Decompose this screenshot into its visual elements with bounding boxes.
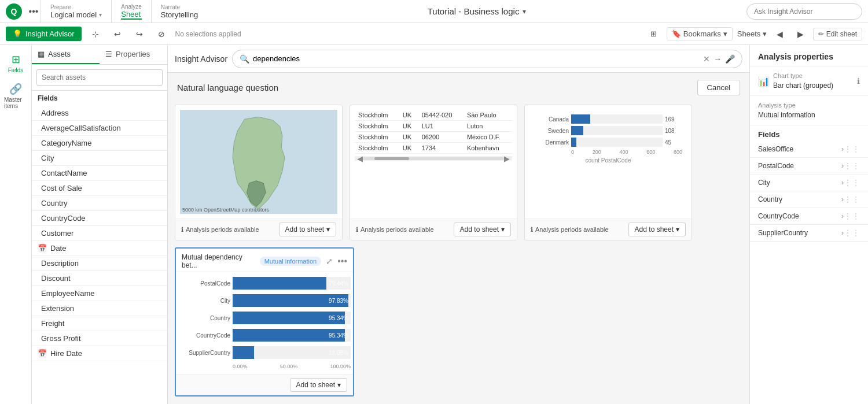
field-item[interactable]: CategoryName xyxy=(32,136,167,151)
mutual-bar-fill: 95.34% xyxy=(233,312,345,324)
app-title-dropdown[interactable]: ▾ xyxy=(523,8,526,16)
tab-assets[interactable]: ▦ Assets xyxy=(32,45,100,64)
field-item[interactable]: City xyxy=(32,151,167,166)
right-field-drag-icon[interactable]: ⋮⋮ xyxy=(844,144,860,154)
nav-analyze[interactable]: Analyze Sheet xyxy=(111,0,151,23)
bar-value: 169 xyxy=(665,116,682,123)
table-scrollbar[interactable]: ◀ ▶ xyxy=(355,156,512,161)
nav-prev-icon[interactable]: ◀ xyxy=(771,26,788,42)
insight-advisor-button[interactable]: 💡 Insight Advisor xyxy=(6,27,82,41)
fields-search-area xyxy=(32,65,167,91)
bar-x-axis: 0200400600800 xyxy=(534,149,682,155)
field-name: Date xyxy=(50,244,66,253)
right-field-item[interactable]: CountryCode › ⋮⋮ xyxy=(750,208,868,225)
right-field-item[interactable]: City › ⋮⋮ xyxy=(750,175,868,191)
ask-advisor-input[interactable] xyxy=(746,3,862,20)
insight-bulb-icon: 💡 xyxy=(13,29,22,38)
mutual-bar-row: City 97.83% xyxy=(178,294,351,307)
field-item[interactable]: EmployeeName xyxy=(32,286,167,301)
assets-tab-icon: ▦ xyxy=(38,50,45,58)
toolbar-undo-icon[interactable]: ↩ xyxy=(109,26,126,42)
mutual-expand-icon[interactable]: ⤢ xyxy=(326,257,333,266)
field-item[interactable]: CountryCode xyxy=(32,211,167,226)
right-field-name: SupplierCountry xyxy=(758,229,841,237)
field-item[interactable]: Freight xyxy=(32,316,167,331)
cell: LU1 xyxy=(418,121,464,132)
cards-area: 5000 km OpenStreetMap contributors ℹ Ana… xyxy=(168,100,749,404)
field-name: Country xyxy=(41,199,68,207)
field-item[interactable]: Description xyxy=(32,256,167,271)
toolbar-options-icon[interactable]: ⊘ xyxy=(153,26,170,42)
search-go-icon[interactable]: → xyxy=(713,54,722,64)
nav-narrate-top: Narrate xyxy=(161,4,198,10)
field-item[interactable]: ContactName xyxy=(32,166,167,181)
map-add-to-sheet-button[interactable]: Add to sheet ▾ xyxy=(279,223,336,236)
bar-add-to-sheet-button[interactable]: Add to sheet ▾ xyxy=(628,223,686,236)
search-mic-icon[interactable]: 🎤 xyxy=(725,54,735,64)
sidebar-nav-fields[interactable]: ⊞ Fields xyxy=(2,50,30,77)
toolbar-select-icon[interactable]: ⊹ xyxy=(87,26,104,42)
field-item[interactable]: Discount xyxy=(32,271,167,286)
field-item[interactable]: Country xyxy=(32,196,167,211)
toolbar-redo-icon[interactable]: ↪ xyxy=(131,26,148,42)
field-item[interactable]: Extension xyxy=(32,301,167,316)
nav-narrate[interactable]: Narrate Storytelling xyxy=(151,0,207,23)
nav-more-button[interactable]: ••• xyxy=(27,5,41,18)
mutual-add-arrow-icon: ▾ xyxy=(337,381,341,389)
mutual-bar-track: 97.83% xyxy=(233,294,351,307)
bar-chart-content: Canada 169Sweden 108Denmark 450200400600… xyxy=(525,105,692,218)
cell: Stockholm xyxy=(355,110,399,121)
nav-prepare[interactable]: Prepare Logical model ▾ xyxy=(41,0,111,23)
field-item[interactable]: Gross Profit xyxy=(32,331,167,346)
right-field-item[interactable]: PostalCode › ⋮⋮ xyxy=(750,158,868,175)
scroll-track[interactable] xyxy=(363,157,504,160)
search-clear-icon[interactable]: ✕ xyxy=(703,54,710,64)
sidebar-nav-master[interactable]: 🔗 Master items xyxy=(2,79,30,113)
mutual-more-icon[interactable]: ••• xyxy=(337,256,347,266)
field-item[interactable]: 📅Hire Date xyxy=(32,346,167,361)
right-field-drag-icon[interactable]: ⋮⋮ xyxy=(844,195,860,204)
field-item[interactable]: Customer xyxy=(32,226,167,241)
chart-type-info-icon[interactable]: ℹ xyxy=(857,77,860,86)
tab-properties[interactable]: ☰ Properties xyxy=(100,45,167,64)
mutual-bar-fill: 79.44% xyxy=(233,277,326,290)
right-field-drag-icon[interactable]: ⋮⋮ xyxy=(844,212,860,221)
nav-prepare-top: Prepare xyxy=(50,4,102,10)
right-field-drag-icon[interactable]: ⋮⋮ xyxy=(844,228,860,238)
right-field-name: CountryCode xyxy=(758,212,841,220)
chart-type-label: Chart type xyxy=(773,72,833,79)
sheets-button[interactable]: Sheets ▾ xyxy=(737,29,767,38)
map-attribution: 5000 km OpenStreetMap contributors xyxy=(182,207,269,213)
bookmarks-button[interactable]: 🔖 Bookmarks ▾ xyxy=(667,27,733,40)
insight-search-input[interactable] xyxy=(253,54,700,63)
field-item[interactable]: AverageCallSatisfaction xyxy=(32,121,167,136)
right-field-drag-icon[interactable]: ⋮⋮ xyxy=(844,178,860,187)
field-item[interactable]: 📅Date xyxy=(32,241,167,256)
scroll-left-arrow[interactable]: ◀ xyxy=(357,154,363,163)
right-panel-title: Analysis properties xyxy=(750,45,868,66)
qlik-logo: Q xyxy=(6,3,22,20)
field-item[interactable]: Cost of Sale xyxy=(32,181,167,196)
map-card: 5000 km OpenStreetMap contributors ℹ Ana… xyxy=(175,105,343,240)
right-field-item[interactable]: SalesOffice › ⋮⋮ xyxy=(750,141,868,158)
table-add-to-sheet-button[interactable]: Add to sheet ▾ xyxy=(454,223,511,236)
table-card-footer: ℹ Analysis periods available Add to shee… xyxy=(350,218,517,240)
bar-label: Canada xyxy=(534,116,569,123)
mutual-bar-value: 79.44% xyxy=(329,280,348,287)
search-assets-input[interactable] xyxy=(36,69,163,86)
right-field-item[interactable]: Country › ⋮⋮ xyxy=(750,191,868,208)
cancel-button[interactable]: Cancel xyxy=(697,80,740,95)
nav-next-icon[interactable]: ▶ xyxy=(792,26,808,42)
scroll-right-arrow[interactable]: ▶ xyxy=(504,154,510,163)
bar-chart-visualization: Canada 169Sweden 108Denmark 450200400600… xyxy=(529,110,687,168)
field-name: CategoryName xyxy=(41,139,91,147)
field-item[interactable]: Address xyxy=(32,106,167,121)
right-field-name: SalesOffice xyxy=(758,145,841,153)
cell: Luton xyxy=(464,121,512,132)
field-name: Gross Profit xyxy=(41,334,81,343)
right-field-item[interactable]: SupplierCountry › ⋮⋮ xyxy=(750,225,868,242)
edit-sheet-button[interactable]: ✏ Edit sheet xyxy=(813,28,862,40)
right-field-drag-icon[interactable]: ⋮⋮ xyxy=(844,161,860,171)
grid-view-icon[interactable]: ⊞ xyxy=(646,26,662,42)
mutual-add-to-sheet-button[interactable]: Add to sheet ▾ xyxy=(290,378,347,392)
